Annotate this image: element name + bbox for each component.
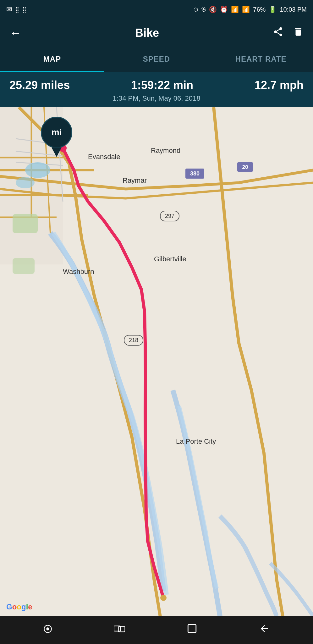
bluetooth-icon: 𝔅 bbox=[201, 6, 206, 13]
signal-icon: 📶 bbox=[242, 6, 250, 13]
map-container[interactable]: 380 20 297 218 Evansdale Raymond Raymar … bbox=[0, 107, 313, 616]
svg-rect-15 bbox=[13, 258, 35, 274]
tab-speed[interactable]: SPEED bbox=[104, 47, 209, 72]
svg-text:380: 380 bbox=[190, 170, 200, 177]
svg-text:Gilbertville: Gilbertville bbox=[154, 255, 186, 263]
marker-tail bbox=[52, 147, 62, 157]
app-bar: ← Bike bbox=[0, 19, 313, 47]
nav-circle-button[interactable] bbox=[40, 621, 55, 639]
status-left-icons: ✉ ⣿ ⣿ bbox=[6, 5, 26, 14]
svg-rect-14 bbox=[13, 214, 38, 233]
back-button[interactable]: ← bbox=[9, 26, 21, 40]
tab-map[interactable]: MAP bbox=[0, 47, 104, 72]
map-svg: 380 20 297 218 Evansdale Raymond Raymar … bbox=[0, 107, 313, 616]
battery-icon: 🔋 bbox=[269, 6, 277, 13]
mute-icon: 🔇 bbox=[209, 6, 217, 13]
nav-recents-button[interactable] bbox=[111, 621, 128, 639]
bottom-nav bbox=[0, 616, 313, 644]
stats-datetime: 1:34 PM, Sun, May 06, 2018 bbox=[9, 94, 304, 103]
alarm-icon: ⏰ bbox=[220, 6, 228, 13]
battery-percent: 76% bbox=[253, 6, 266, 13]
page-title: Bike bbox=[135, 26, 159, 40]
wifi-icon: 📶 bbox=[231, 6, 239, 13]
distance-value: 25.29 miles bbox=[9, 79, 70, 92]
app-bar-actions bbox=[273, 26, 304, 40]
tabs: MAP SPEED HEART RATE bbox=[0, 47, 313, 72]
svg-text:La Porte City: La Porte City bbox=[176, 437, 216, 445]
status-right-icons: ⬡ 𝔅 🔇 ⏰ 📶 📶 76% 🔋 10:03 PM bbox=[194, 6, 307, 13]
svg-text:Evansdale: Evansdale bbox=[88, 153, 120, 161]
stats-bar: 25.29 miles 1:59:22 min 12.7 mph 1:34 PM… bbox=[0, 72, 313, 107]
svg-point-12 bbox=[25, 162, 50, 178]
svg-text:Raymond: Raymond bbox=[151, 147, 180, 154]
nav-back-button[interactable] bbox=[256, 620, 273, 640]
duration-value: 1:59:22 min bbox=[131, 79, 193, 92]
map-marker: mi bbox=[41, 117, 72, 157]
mail-icon: ✉ bbox=[6, 5, 12, 14]
time: 10:03 PM bbox=[280, 6, 307, 13]
stats-row-values: 25.29 miles 1:59:22 min 12.7 mph bbox=[9, 79, 304, 92]
svg-point-33 bbox=[46, 627, 49, 630]
svg-rect-36 bbox=[188, 625, 196, 633]
svg-text:297: 297 bbox=[165, 213, 174, 219]
svg-text:20: 20 bbox=[242, 164, 248, 170]
svg-text:Washburn: Washburn bbox=[63, 268, 94, 275]
marker-label: mi bbox=[52, 127, 62, 137]
svg-point-13 bbox=[16, 177, 35, 188]
delete-icon[interactable] bbox=[293, 26, 304, 40]
marker-bubble: mi bbox=[41, 117, 72, 148]
google-logo: Google bbox=[6, 602, 32, 611]
svg-text:218: 218 bbox=[129, 337, 138, 343]
grid-icon-2: ⣿ bbox=[22, 6, 26, 13]
battery-saver-icon: ⬡ bbox=[194, 7, 198, 13]
share-icon[interactable] bbox=[273, 26, 283, 40]
grid-icon-1: ⣿ bbox=[15, 6, 19, 13]
tab-heart-rate[interactable]: HEART RATE bbox=[209, 47, 313, 72]
svg-point-31 bbox=[160, 595, 167, 601]
nav-home-button[interactable] bbox=[184, 620, 200, 640]
speed-value: 12.7 mph bbox=[255, 79, 304, 92]
svg-text:Raymar: Raymar bbox=[123, 176, 147, 184]
status-bar: ✉ ⣿ ⣿ ⬡ 𝔅 🔇 ⏰ 📶 📶 76% 🔋 10:03 PM bbox=[0, 0, 313, 19]
